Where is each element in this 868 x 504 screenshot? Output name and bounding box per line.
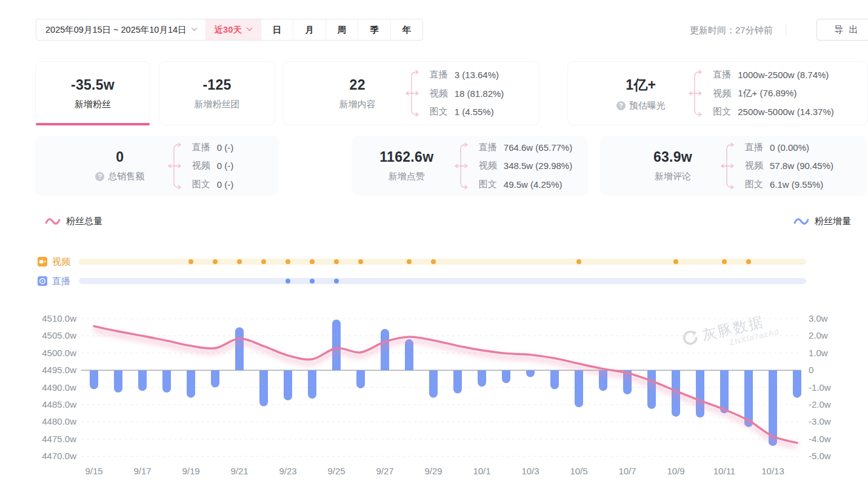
increment-bar-10/11[interactable] — [720, 370, 729, 413]
breakdown-list: 直播764.6w (65.77%) 视频348.5w (29.98%) 图文49… — [479, 141, 572, 191]
legend-fan-increment[interactable]: 粉丝增量 — [793, 216, 851, 227]
increment-bar-9/27[interactable] — [381, 329, 389, 370]
breakdown-row: 视频348.5w (29.98%) — [479, 160, 572, 171]
wave-icon-pink — [45, 217, 61, 226]
chart-canvas[interactable]: 4510.0w3.0w4505.0w2.0w4500.0w1.0w4495.0w… — [0, 306, 868, 494]
increment-bar-9/19[interactable] — [187, 370, 195, 397]
left-axis-tick: 4495.0w — [42, 365, 76, 375]
live-event-dot[interactable] — [310, 279, 315, 284]
video-event-dot[interactable] — [431, 259, 436, 264]
video-event-dot[interactable] — [407, 259, 412, 264]
tab-quarter[interactable]: 季 — [358, 19, 390, 40]
legend-label: 粉丝总量 — [66, 216, 102, 227]
export-button[interactable]: 导出 — [816, 19, 868, 41]
increment-bar-9/17[interactable] — [138, 370, 147, 391]
breakdown-row: 直播764.6w (65.77%) — [479, 142, 572, 153]
video-event-dot[interactable] — [237, 259, 242, 264]
stat-value: 1亿+ — [601, 76, 680, 94]
fans-trend-chart[interactable]: 4510.0w3.0w4505.0w2.0w4500.0w1.0w4495.0w… — [0, 306, 868, 494]
video-event-dot[interactable] — [213, 259, 218, 264]
card-new-content[interactable]: 22 新增内容 直播3 (13.64%) 视频18 (81.82%) 图文1 (… — [282, 61, 539, 125]
legend-total-fans[interactable]: 粉丝总量 — [45, 216, 102, 227]
divider — [786, 24, 786, 36]
right-axis-tick: -5.0w — [809, 451, 831, 461]
card-new-fanclub[interactable]: -125 新增粉丝团 — [159, 61, 275, 125]
card-new-comments[interactable]: 63.9w 新增评论 直播0 (0.00%) 视频57.8w (90.45%) … — [600, 136, 867, 196]
video-event-dot[interactable] — [722, 259, 727, 264]
increment-bar-9/21[interactable] — [235, 327, 244, 370]
increment-bar-9/22[interactable] — [259, 370, 268, 406]
right-axis-tick: 3.0w — [809, 313, 828, 323]
live-event-dot[interactable] — [285, 279, 290, 284]
video-event-dot[interactable] — [285, 259, 290, 264]
increment-bar-9/29[interactable] — [429, 370, 438, 397]
increment-bar-9/20[interactable] — [211, 370, 219, 387]
increment-bar-10/5[interactable] — [575, 370, 583, 407]
quick-range-30d[interactable]: 近30天 — [205, 19, 261, 40]
video-event-dot[interactable] — [189, 259, 193, 264]
right-axis-tick: -4.0w — [809, 434, 831, 444]
video-event-dot[interactable] — [310, 259, 315, 264]
help-icon[interactable] — [616, 101, 626, 110]
video-event-dot[interactable] — [746, 259, 751, 264]
increment-bar-9/26[interactable] — [356, 370, 365, 388]
breakdown-row: 图文6.1w (9.55%) — [745, 179, 833, 190]
video-event-dot[interactable] — [358, 259, 363, 264]
increment-bar-10/14[interactable] — [793, 370, 801, 397]
video-event-dot[interactable] — [261, 259, 266, 264]
x-axis-tick: 9/25 — [327, 466, 345, 476]
video-track-label: 视频 — [52, 256, 70, 268]
breakdown-connector-icon — [689, 68, 704, 119]
video-event-dot[interactable] — [576, 259, 581, 264]
x-axis-tick: 10/5 — [570, 466, 587, 476]
stat-value: 22 — [318, 77, 397, 93]
stat-label: 新增评论 — [633, 171, 712, 182]
increment-bar-9/16[interactable] — [114, 370, 122, 393]
card-new-likes[interactable]: 1162.6w 新增点赞 直播764.6w (65.77%) 视频348.5w … — [352, 136, 588, 196]
card-new-fans[interactable]: -35.5w 新增粉丝 — [35, 61, 150, 125]
increment-bar-9/18[interactable] — [162, 370, 171, 393]
breakdown-list: 直播3 (13.64%) 视频18 (81.82%) 图文1 (4.55%) — [430, 68, 504, 118]
breakdown-connector-icon — [168, 141, 184, 191]
left-axis-tick: 4490.0w — [42, 382, 76, 393]
increment-bar-10/3[interactable] — [526, 370, 535, 377]
breakdown-row: 图文2500w-5000w (14.37%) — [713, 106, 833, 118]
increment-bar-10/1[interactable] — [478, 370, 486, 386]
card-estimated-exposure[interactable]: 1亿+ 预估曝光 直播1000w-2500w (8.74%) 视频1亿+ (76… — [567, 61, 868, 125]
breakdown-list: 直播0 (-) 视频0 (-) 图文0 (-) — [192, 141, 234, 191]
left-axis-tick: 4475.0w — [42, 434, 76, 444]
increment-bar-9/28[interactable] — [405, 339, 413, 370]
card-total-sales[interactable]: 0 总销售额 直播0 (-) 视频0 (-) 图文0 (-) — [35, 136, 279, 196]
tab-month[interactable]: 月 — [293, 19, 326, 40]
tab-week[interactable]: 周 — [326, 19, 358, 40]
breakdown-row: 图文0 (-) — [192, 179, 234, 190]
video-events-track: 视频 — [0, 257, 868, 267]
tab-year[interactable]: 年 — [390, 19, 423, 40]
increment-bar-9/15[interactable] — [90, 370, 98, 389]
increment-bar-10/10[interactable] — [696, 370, 704, 417]
increment-bar-9/23[interactable] — [284, 370, 292, 400]
increment-bar-9/25[interactable] — [332, 319, 341, 370]
increment-bar-10/8[interactable] — [647, 370, 656, 409]
video-event-dot[interactable] — [334, 259, 339, 264]
stat-block: 1亿+ 预估曝光 — [601, 76, 680, 111]
help-icon[interactable] — [95, 172, 104, 181]
x-axis-tick: 9/15 — [85, 466, 102, 476]
x-axis-tick: 10/1 — [473, 466, 490, 476]
video-event-dot[interactable] — [673, 259, 678, 264]
right-axis-tick: 0 — [809, 365, 813, 375]
increment-bar-9/30[interactable] — [453, 370, 462, 393]
x-axis-tick: 9/17 — [133, 466, 151, 476]
increment-bar-10/2[interactable] — [502, 370, 510, 383]
live-event-dot[interactable] — [334, 279, 339, 284]
tab-day[interactable]: 日 — [261, 19, 293, 40]
date-range-picker[interactable]: 2025年09月15日 ~ 2025年10月14日 — [36, 19, 205, 40]
left-axis-tick: 4470.0w — [42, 451, 76, 461]
total-fans-line[interactable] — [94, 327, 797, 443]
breakdown-connector-icon — [721, 141, 736, 191]
increment-bar-10/4[interactable] — [550, 370, 559, 389]
live-events-track: 直播 — [0, 276, 868, 286]
increment-bar-9/24[interactable] — [308, 370, 316, 399]
x-axis-tick: 10/7 — [618, 466, 636, 476]
breakdown-row: 直播3 (13.64%) — [430, 69, 504, 81]
